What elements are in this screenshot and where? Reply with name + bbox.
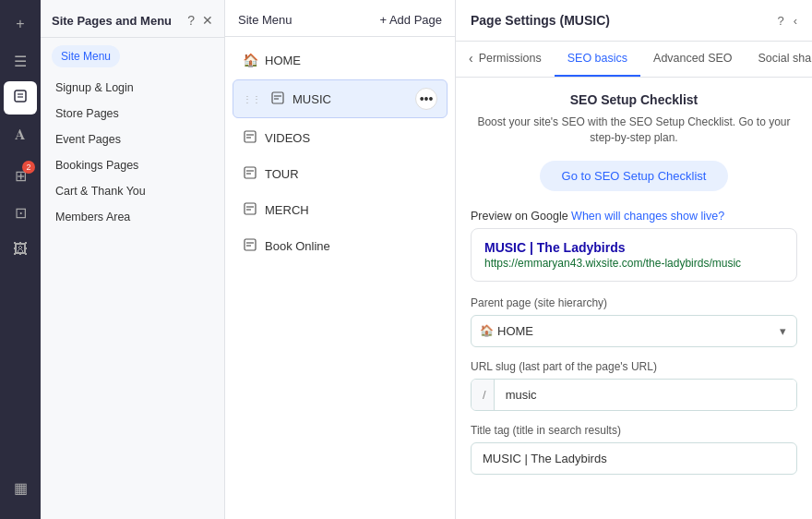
seo-intro: SEO Setup Checklist Boost your site's SE… — [471, 92, 797, 146]
slug-wrapper: / — [471, 379, 797, 411]
parent-page-select-wrapper: 🏠 HOME — [471, 315, 797, 347]
menu-item-music[interactable]: ⋮⋮ MUSIC ••• — [233, 79, 448, 118]
preview-label: Preview on Google When will changes show… — [471, 210, 797, 223]
pages-panel-header: Site Pages and Menu ? ✕ — [41, 0, 224, 38]
pages-nav-signup[interactable]: Signup & Login — [41, 75, 224, 101]
icon-sidebar: + ☰ 𝐀 ⊞ 2 ⊡ 🖼 ▦ — [0, 0, 41, 519]
seo-section-title: SEO Setup Checklist — [471, 92, 797, 107]
menu-item-videos[interactable]: VIDEOS — [233, 122, 448, 154]
help-icon[interactable]: ? — [187, 13, 195, 28]
settings-header-icons: ? ‹ — [777, 14, 797, 28]
pages-tabs: Site Menu — [41, 38, 224, 67]
preview-link[interactable]: When will changes show live? — [571, 210, 724, 223]
page-icon-book — [243, 238, 257, 254]
table-icon: ▦ — [14, 479, 28, 497]
parent-page-select[interactable]: HOME — [471, 315, 797, 347]
url-slug-section: URL slug (last part of the page's URL) / — [471, 360, 797, 411]
tab-social-share[interactable]: Social share — [746, 42, 812, 77]
menu-item-music-more-btn[interactable]: ••• — [415, 88, 437, 110]
home-icon: 🏠 — [243, 53, 257, 67]
menu-item-book-label: Book Online — [265, 239, 437, 253]
seo-description: Boost your site's SEO with the SEO Setup… — [471, 115, 797, 146]
pages-nav-members[interactable]: Members Area — [41, 204, 224, 230]
menu-item-tour-label: TOUR — [265, 167, 437, 181]
menu-item-book[interactable]: Book Online — [233, 230, 448, 262]
settings-tabs: ‹ Permissions SEO basics Advanced SEO So… — [456, 42, 812, 78]
menu-icon: ☰ — [14, 53, 27, 70]
back-arrow-icon: ‹ — [469, 51, 473, 66]
preview-url: https://emmaryan43.wixsite.com/the-ladyb… — [484, 257, 783, 270]
tab-seo-basics[interactable]: SEO basics — [555, 42, 640, 77]
add-icon-btn[interactable]: + — [4, 7, 37, 41]
preview-title: MUSIC | The Ladybirds — [484, 240, 783, 255]
settings-help-icon[interactable]: ? — [777, 14, 783, 28]
parent-page-section: Parent page (site hierarchy) 🏠 HOME — [471, 296, 797, 347]
widgets-icon: ⊡ — [15, 204, 27, 222]
widgets-icon-btn[interactable]: ⊡ — [4, 196, 37, 229]
menu-item-home[interactable]: 🏠 HOME — [233, 44, 448, 76]
page-icon-merch — [243, 202, 257, 218]
media-icon: 🖼 — [13, 241, 28, 258]
pages-panel-header-icons: ? ✕ — [187, 13, 213, 28]
svg-rect-0 — [15, 91, 26, 102]
table-icon-btn[interactable]: ▦ — [4, 471, 37, 504]
preview-title-plain: MUSIC | — [484, 240, 537, 255]
tab-permissions[interactable]: ‹ Permissions — [456, 42, 555, 77]
title-tag-label: Title tag (title in search results) — [471, 424, 797, 437]
menu-panel-title: Site Menu — [238, 13, 293, 27]
apps-badge: 2 — [22, 161, 35, 174]
menu-item-home-label: HOME — [265, 54, 437, 67]
menu-items-list: 🏠 HOME ⋮⋮ MUSIC ••• — [225, 37, 455, 270]
tab-advanced-seo[interactable]: Advanced SEO — [640, 42, 745, 77]
home-select-icon: 🏠 — [480, 324, 494, 337]
menu-panel-header: Site Menu + Add Page — [225, 0, 455, 37]
settings-header: Page Settings (MUSIC) ? ‹ — [456, 0, 812, 42]
preview-title-bold: The Ladybirds — [537, 240, 626, 255]
media-icon-btn[interactable]: 🖼 — [4, 233, 37, 266]
google-preview: MUSIC | The Ladybirds https://emmaryan43… — [471, 228, 797, 282]
pages-nav-bookings[interactable]: Bookings Pages — [41, 152, 224, 178]
title-tag-input[interactable] — [471, 442, 797, 475]
page-icon-music — [270, 91, 285, 107]
seo-checklist-button[interactable]: Go to SEO Setup Checklist — [540, 161, 729, 191]
title-tag-section: Title tag (title in search results) — [471, 424, 797, 475]
menu-item-tour[interactable]: TOUR — [233, 158, 448, 190]
pages-panel: Site Pages and Menu ? ✕ Site Menu Signup… — [41, 0, 225, 519]
pages-nav: Signup & Login Store Pages Event Pages B… — [41, 67, 224, 237]
add-page-button[interactable]: + Add Page — [379, 13, 442, 27]
settings-back-icon[interactable]: ‹ — [794, 14, 797, 28]
menu-item-music-label: MUSIC — [293, 92, 408, 106]
settings-title: Page Settings (MUSIC) — [471, 13, 610, 28]
page-icon-videos — [243, 130, 257, 146]
close-icon[interactable]: ✕ — [202, 13, 213, 28]
pages-icon-btn[interactable] — [4, 81, 37, 115]
design-icon-btn[interactable]: 𝐀 — [4, 118, 37, 151]
menu-item-merch-label: MERCH — [265, 203, 437, 217]
pages-tab-site-menu[interactable]: Site Menu — [52, 45, 120, 67]
settings-content: SEO Setup Checklist Boost your site's SE… — [456, 78, 812, 519]
settings-panel: Page Settings (MUSIC) ? ‹ ‹ Permissions … — [456, 0, 812, 519]
menu-icon-btn[interactable]: ☰ — [4, 44, 37, 78]
svg-rect-9 — [245, 167, 256, 178]
more-icon: ••• — [420, 91, 434, 106]
page-icon-tour — [243, 166, 257, 182]
svg-rect-6 — [245, 131, 256, 142]
apps-icon-btn[interactable]: ⊞ 2 — [4, 159, 37, 192]
pages-nav-store[interactable]: Store Pages — [41, 101, 224, 127]
svg-rect-3 — [272, 92, 283, 103]
pages-nav-events[interactable]: Event Pages — [41, 127, 224, 152]
parent-page-label: Parent page (site hierarchy) — [471, 296, 797, 309]
pages-icon — [13, 89, 28, 107]
pages-nav-cart[interactable]: Cart & Thank You — [41, 178, 224, 204]
drag-handle-icon: ⋮⋮ — [243, 94, 261, 104]
plus-icon: + — [16, 16, 24, 32]
url-slug-label: URL slug (last part of the page's URL) — [471, 360, 797, 373]
menu-panel: Site Menu + Add Page 🏠 HOME ⋮⋮ MUSIC ••• — [225, 0, 456, 519]
svg-rect-15 — [245, 239, 256, 250]
menu-item-videos-label: VIDEOS — [265, 131, 437, 145]
pages-panel-title: Site Pages and Menu — [52, 14, 172, 28]
menu-item-merch[interactable]: MERCH — [233, 194, 448, 226]
svg-rect-12 — [245, 203, 256, 214]
url-slug-input[interactable] — [495, 380, 796, 410]
slug-prefix: / — [472, 380, 495, 410]
